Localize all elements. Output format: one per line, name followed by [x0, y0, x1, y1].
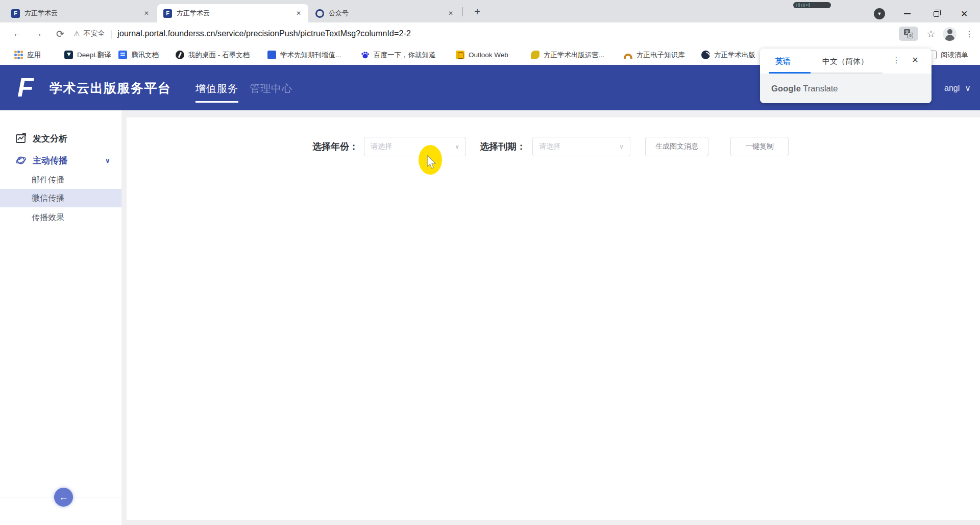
tab-close-icon[interactable]: ✕: [142, 9, 151, 18]
security-label: 不安全: [84, 29, 105, 38]
mouse-cursor: [427, 155, 437, 170]
translate-icon[interactable]: 文G: [899, 27, 918, 41]
chevron-down-icon: ∨: [455, 143, 459, 150]
recording-indicator: [793, 2, 831, 8]
username: angl: [944, 84, 960, 93]
year-select-value: 请选择: [371, 142, 455, 151]
translate-wordmark: Translate: [801, 84, 838, 93]
deepl-icon: [64, 51, 73, 59]
address-bar-actions: 文G ☆ ⋮: [899, 22, 980, 45]
translate-tab-english[interactable]: 英语: [775, 57, 791, 66]
shimo-icon: [176, 51, 184, 59]
app-title: 学术云出版服务平台: [50, 80, 172, 97]
sidebar-item-publication-analysis[interactable]: 发文分析: [0, 129, 121, 148]
founder-favicon: F: [163, 9, 172, 18]
bookmark-founder-pub[interactable]: 方正学术出版: [701, 45, 755, 65]
warning-icon: ⚠: [74, 30, 80, 38]
bookmark-deepl[interactable]: DeepL翻译: [64, 45, 111, 65]
sidebar-item-email-dissemination[interactable]: 邮件传播: [0, 171, 121, 189]
reading-list-button[interactable]: 阅读清单: [928, 45, 968, 65]
browser-menu-icon[interactable]: ⋮: [962, 29, 977, 39]
year-label: 选择年份：: [312, 137, 358, 156]
bookmark-founder-ops[interactable]: 方正学术出版运营...: [531, 45, 604, 65]
bookmark-star-icon[interactable]: ☆: [922, 28, 940, 40]
user-menu[interactable]: angl ∨: [944, 83, 971, 93]
omnibox[interactable]: ⚠ 不安全 | journal.portal.founderss.cn/serv…: [74, 22, 411, 45]
new-tab-button[interactable]: +: [471, 5, 484, 18]
chevron-down-icon: ∨: [619, 143, 624, 150]
issue-select[interactable]: 请选择 ∨: [532, 137, 630, 156]
founder-favicon: F: [11, 9, 20, 18]
sidebar-item-active-dissemination[interactable]: 主动传播 ∨: [0, 151, 121, 170]
translate-options-icon[interactable]: ⋮: [891, 56, 902, 65]
chart-icon: [15, 133, 27, 144]
bookmark-founder-kb[interactable]: 方正电子知识库: [624, 45, 685, 65]
outlook-icon: [456, 51, 464, 59]
baidu-paw-icon: [361, 51, 370, 59]
tab-official-account[interactable]: 公众号 ✕: [309, 4, 460, 22]
translate-tab-chinese[interactable]: 中文（简体）: [822, 57, 868, 66]
address-bar: ← → ⟳ ⚠ 不安全 | journal.portal.founderss.c…: [0, 22, 980, 45]
tencent-docs-icon: [118, 51, 127, 59]
omnibox-divider: |: [110, 29, 113, 39]
forward-icon[interactable]: →: [29, 22, 47, 45]
nav-management-center[interactable]: 管理中心: [250, 82, 292, 96]
bookmark-baidu[interactable]: 百度一下，你就知道: [361, 45, 436, 65]
collapse-back-button[interactable]: ←: [54, 488, 73, 507]
bookmark-tencent-docs[interactable]: 腾讯文档: [118, 45, 159, 65]
globe-icon: [701, 51, 710, 59]
tab-title: 方正学术云: [177, 9, 274, 18]
screen: F 方正学术云 ✕ F 方正学术云 ✕ 公众号 ✕ + ▼ ✕ ← → ⟳ ⚠ …: [0, 0, 980, 525]
chevron-down-icon: ∨: [965, 83, 971, 93]
window-restore-button[interactable]: [928, 7, 944, 21]
reload-icon[interactable]: ⟳: [51, 22, 69, 45]
window-minimize-button[interactable]: [899, 7, 915, 21]
translate-close-icon[interactable]: ✕: [909, 55, 921, 65]
apps-grid-icon: [14, 51, 23, 59]
filter-row: 选择年份： 请选择 ∨ 选择刊期： 请选择 ∨ 生成图文消息 一键复制: [127, 137, 980, 156]
translate-tabs: 英语 中文（简体） ⋮ ✕: [760, 49, 932, 74]
sidebar-item-wechat-dissemination[interactable]: 微信传播: [0, 189, 121, 207]
google-translate-popup: 英语 中文（简体） ⋮ ✕ Google Translate: [760, 49, 932, 103]
blue-square-icon: [267, 51, 276, 59]
generate-message-button[interactable]: 生成图文消息: [645, 137, 708, 156]
back-icon[interactable]: ←: [8, 22, 27, 45]
arch-icon: [624, 54, 632, 59]
tab-separator: [462, 7, 463, 16]
nav-value-added-services[interactable]: 增值服务: [195, 82, 238, 96]
url-text[interactable]: journal.portal.founderss.cn/service/prec…: [117, 29, 411, 38]
sidebar-item-dissemination-effect[interactable]: 传播效果: [0, 208, 121, 227]
tab-close-icon[interactable]: ✕: [294, 9, 303, 18]
planet-icon: [15, 155, 27, 166]
tab-title: 公众号: [329, 9, 426, 18]
tab-title: 方正学术云: [24, 9, 121, 18]
bookmark-shimo[interactable]: 我的桌面 - 石墨文档: [176, 45, 250, 65]
leaf-icon: [531, 51, 540, 59]
issue-label: 选择刊期：: [480, 137, 526, 156]
profile-avatar[interactable]: [943, 27, 957, 41]
founder-logo: F: [17, 74, 34, 101]
browser-tab-bar: F 方正学术云 ✕ F 方正学术云 ✕ 公众号 ✕ + ▼ ✕: [0, 0, 980, 22]
chevron-down-icon: ∨: [105, 157, 110, 164]
copy-button[interactable]: 一键复制: [730, 137, 789, 156]
bookmark-apps[interactable]: 应用: [14, 45, 41, 65]
sidebar: 发文分析 主动传播 ∨ 邮件传播 微信传播 传播效果 ←: [0, 110, 121, 525]
swirl-favicon: [315, 9, 324, 18]
google-wordmark: Google: [771, 84, 801, 93]
issue-select-value: 请选择: [539, 142, 619, 151]
tab-founder-2-active[interactable]: F 方正学术云 ✕: [157, 4, 308, 22]
tab-close-icon[interactable]: ✕: [446, 9, 455, 18]
media-chevron-icon[interactable]: ▼: [874, 8, 885, 19]
tab-founder-1[interactable]: F 方正学术云 ✕: [5, 4, 156, 22]
translate-brand-row: Google Translate: [760, 74, 932, 103]
bookmark-journal-value[interactable]: 学术先知期刊增值...: [267, 45, 341, 65]
year-select[interactable]: 请选择 ∨: [364, 137, 466, 156]
content-panel: 选择年份： 请选择 ∨ 选择刊期： 请选择 ∨ 生成图文消息 一键复制: [127, 117, 980, 520]
bookmark-outlook[interactable]: Outlook Web: [456, 45, 508, 65]
window-close-button[interactable]: ✕: [957, 7, 972, 21]
